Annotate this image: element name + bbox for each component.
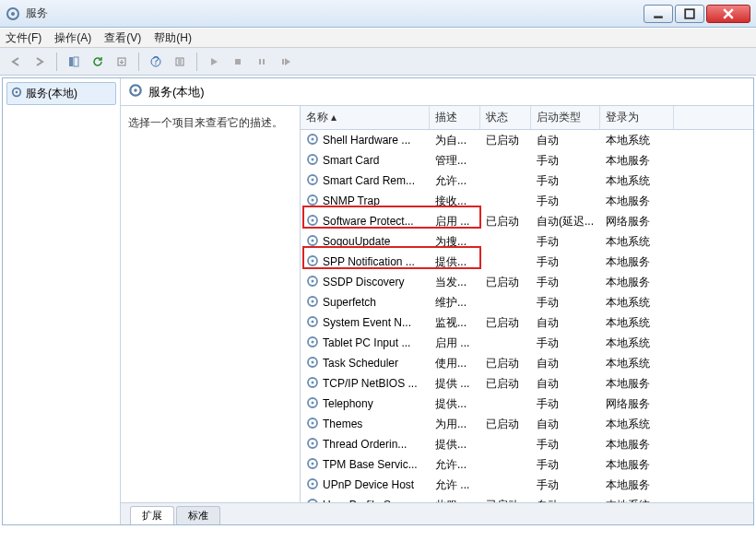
service-row[interactable]: Task Scheduler使用...已启动自动本地系统 (301, 353, 753, 373)
service-startup-cell: 手动 (531, 394, 600, 414)
menu-view[interactable]: 查看(V) (104, 30, 141, 46)
window-controls (644, 5, 750, 23)
close-button[interactable] (706, 5, 750, 23)
services-list-pane[interactable]: 名称 ▴ 描述 状态 启动类型 登录为 Shell Hardware ...为自… (301, 106, 753, 502)
service-startup-cell: 自动(延迟... (531, 212, 600, 231)
service-status-cell (480, 260, 531, 264)
service-status-cell: 已启动 (480, 496, 531, 503)
service-name: TPM Base Servic... (323, 458, 418, 471)
service-logon-cell: 本地系统 (600, 496, 674, 503)
maximize-button[interactable] (675, 5, 704, 23)
svg-point-59 (308, 500, 317, 503)
services-icon (11, 87, 22, 100)
svg-point-1 (11, 12, 15, 16)
service-name-cell: SSDP Discovery (301, 273, 430, 292)
menu-file[interactable]: 文件(F) (6, 30, 41, 46)
service-row[interactable]: SogouUpdate为搜...手动本地系统 (301, 231, 753, 252)
service-logon-cell: 本地服务 (600, 435, 674, 454)
tree-root-label: 服务(本地) (26, 86, 77, 101)
service-status-cell (480, 179, 531, 182)
service-row[interactable]: Themes为用...已启动自动本地系统 (301, 414, 753, 434)
service-desc-cell: 当发... (430, 273, 480, 292)
svg-point-58 (312, 482, 314, 485)
service-logon-cell: 本地系统 (600, 354, 674, 373)
service-name-cell: System Event N... (301, 313, 430, 333)
svg-point-34 (312, 239, 314, 241)
service-name-cell: User Profile Serv... (301, 496, 430, 503)
service-logon-cell: 本地系统 (600, 293, 674, 312)
service-row[interactable]: Smart Card管理...手动本地服务 (301, 150, 753, 171)
service-name-cell: Tablet PC Input ... (301, 334, 430, 353)
column-logon-as[interactable]: 登录为 (600, 106, 674, 129)
service-row[interactable]: Superfetch维护...手动本地系统 (301, 292, 753, 312)
service-desc-cell: 监视... (430, 313, 480, 333)
service-status-cell (480, 240, 531, 243)
service-status-cell (480, 159, 531, 162)
service-startup-cell: 自动 (531, 131, 600, 150)
svg-point-36 (312, 259, 314, 262)
service-row[interactable]: User Profile Serv...此服...已启动自动本地系统 (301, 495, 753, 502)
service-logon-cell: 本地系统 (600, 131, 674, 150)
properties-button[interactable] (170, 52, 190, 72)
tab-standard[interactable]: 标准 (176, 506, 220, 524)
tab-extended[interactable]: 扩展 (130, 506, 174, 524)
service-row[interactable]: Thread Orderin...提供...手动本地服务 (301, 434, 753, 454)
svg-rect-18 (282, 59, 284, 65)
tree-root-services-local[interactable]: 服务(本地) (6, 82, 116, 105)
service-row[interactable]: TPM Base Servic...允许...手动本地服务 (301, 454, 753, 475)
service-startup-cell: 手动 (531, 293, 600, 312)
svg-point-44 (312, 340, 314, 343)
service-logon-cell: 本地服务 (600, 192, 674, 211)
service-row[interactable]: Smart Card Rem...允许...手动本地系统 (301, 171, 753, 191)
service-icon (306, 254, 319, 270)
service-row[interactable]: Shell Hardware ...为自...已启动自动本地系统 (301, 130, 753, 150)
service-name-cell: Software Protect... (301, 212, 430, 231)
service-icon (306, 477, 319, 493)
column-name[interactable]: 名称 ▴ (301, 106, 430, 129)
column-description[interactable]: 描述 (430, 106, 480, 129)
service-icon (306, 194, 319, 209)
column-status[interactable]: 状态 (480, 106, 531, 129)
service-row[interactable]: System Event N...监视...已启动自动本地系统 (301, 312, 753, 333)
export-list-button[interactable] (112, 52, 132, 72)
menu-help[interactable]: 帮助(H) (154, 30, 192, 46)
service-logon-cell: 本地系统 (600, 313, 674, 333)
svg-rect-16 (259, 59, 261, 65)
menu-action[interactable]: 操作(A) (54, 30, 91, 46)
console-tree-pane: 服务(本地) (3, 78, 121, 524)
service-status-cell (480, 463, 531, 466)
service-startup-cell: 自动 (531, 496, 600, 503)
nav-forward-button[interactable] (30, 52, 50, 72)
show-hide-tree-button[interactable] (64, 52, 84, 72)
pause-service-button[interactable] (252, 52, 272, 72)
service-name-cell: Telephony (301, 394, 430, 414)
service-row[interactable]: SSDP Discovery当发...已启动手动本地服务 (301, 272, 753, 292)
service-row[interactable]: SPP Notification ...提供...手动本地服务 (301, 252, 753, 272)
service-row[interactable]: Telephony提供...手动网络服务 (301, 394, 753, 414)
nav-back-button[interactable] (6, 52, 26, 72)
service-row[interactable]: UPnP Device Host允许 ...手动本地服务 (301, 475, 753, 495)
start-service-button[interactable] (204, 52, 224, 72)
service-logon-cell: 本地服务 (600, 455, 674, 475)
service-status-cell: 已启动 (480, 415, 531, 434)
service-row[interactable]: Tablet PC Input ...启用 ...手动本地系统 (301, 333, 753, 353)
service-startup-cell: 手动 (531, 435, 600, 454)
stop-service-button[interactable] (228, 52, 248, 72)
svg-point-20 (16, 91, 18, 94)
service-row[interactable]: Software Protect...启用 ...已启动自动(延迟...网络服务 (301, 211, 753, 231)
help-button[interactable]: ? (146, 52, 166, 72)
service-logon-cell: 网络服务 (600, 394, 674, 414)
minimize-button[interactable] (644, 5, 673, 23)
service-icon (306, 498, 319, 503)
column-startup-type[interactable]: 启动类型 (531, 106, 600, 129)
service-row[interactable]: SNMP Trap接收...手动本地服务 (301, 191, 753, 211)
service-icon (306, 417, 319, 432)
restart-service-button[interactable] (276, 52, 296, 72)
service-logon-cell: 本地系统 (600, 232, 674, 252)
service-startup-cell: 手动 (531, 151, 600, 171)
service-row[interactable]: TCP/IP NetBIOS ...提供 ...已启动自动本地服务 (301, 373, 753, 394)
service-name-cell: TPM Base Servic... (301, 455, 430, 475)
service-desc-cell: 为搜... (430, 232, 480, 252)
refresh-button[interactable] (88, 52, 108, 72)
service-startup-cell: 自动 (531, 415, 600, 434)
